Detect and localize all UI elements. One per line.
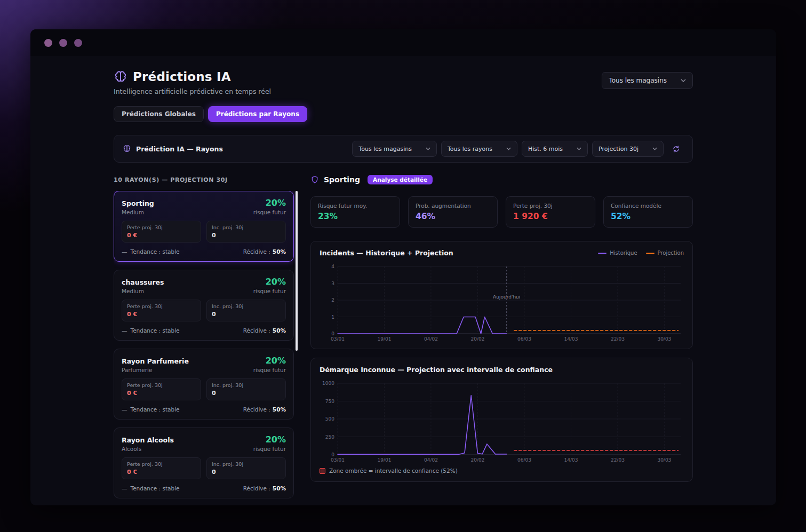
incidents-line-chart: 0123403/0119/0104/0220/0206/0314/0322/03… [320,262,684,343]
toolbar-title: Prédiction IA — Rayons [136,145,223,153]
legend-label: Historique [610,250,637,256]
filter-select[interactable]: Hist. 6 mois [522,141,588,157]
rayon-risk-label: risque futur [253,446,286,452]
trend-label: Tendance : stable [131,485,180,491]
rayons-toolbar: Prédiction IA — Rayons Tous les magasins [114,135,693,163]
page-title: Prédictions IA [133,70,231,84]
svg-text:3: 3 [331,281,334,286]
store-filter-select[interactable]: Tous les magasins [602,72,693,89]
svg-text:250: 250 [325,434,334,440]
svg-text:1: 1 [331,315,334,320]
trend-stable-icon: — [122,248,127,255]
svg-text:19/01: 19/01 [378,336,392,342]
perte-proj-label: Perte proj. 30j [127,382,196,388]
window-dot-close[interactable] [44,39,52,47]
window-titlebar [30,29,776,56]
stat-label: Perte proj. 30j [513,203,588,209]
chevron-down-icon [681,79,686,82]
rayon-name: Rayon Parfumerie [122,357,189,365]
rayon-name: Rayon Alcools [122,436,174,444]
rayon-risk-label: risque futur [253,209,286,215]
inc-proj-value: 0 [212,232,281,239]
list-scrollbar-thumb[interactable] [296,191,298,351]
svg-text:0: 0 [331,452,334,457]
svg-text:Aujourd'hui: Aujourd'hui [493,294,520,300]
inc-proj-value: 0 [212,311,281,318]
recidive-value: 50% [273,485,286,491]
svg-text:20/02: 20/02 [470,336,484,342]
inc-proj-box: Inc. proj. 30j 0 [206,300,286,321]
stat-value: 1 920 € [513,212,588,221]
svg-text:1000: 1000 [322,381,334,386]
rayon-category: Parfumerie [122,367,152,373]
rayon-risk-value: 20% [266,198,286,208]
perte-proj-value: 0 € [127,311,196,318]
perte-proj-box: Perte proj. 30j 0 € [122,378,201,400]
demarque-chart-card: Démarque Inconnue — Projection avec inte… [310,358,693,482]
stat-cards: Risque futur moy. 23% Prob. augmentation… [310,196,693,228]
chevron-down-icon [426,147,430,150]
svg-text:06/03: 06/03 [517,457,531,463]
app-window: Prédictions IA Intelligence artificielle… [30,29,776,505]
inc-proj-label: Inc. proj. 30j [212,461,281,467]
inc-proj-label: Inc. proj. 30j [212,382,281,388]
filter-select[interactable]: Projection 30j [592,141,664,157]
svg-text:19/01: 19/01 [378,457,392,463]
tab-predictions-globales[interactable]: Prédictions Globales [114,106,204,122]
legend-line-swatch [646,253,655,254]
demarque-chart-title: Démarque Inconnue — Projection avec inte… [320,366,553,374]
chevron-down-icon [506,147,511,150]
perte-proj-value: 0 € [127,390,196,397]
incidents-chart-title: Incidents — Historique + Projection [320,249,453,257]
svg-text:04/02: 04/02 [424,457,438,463]
rayon-category: Alcools [122,446,141,452]
stat-label: Prob. augmentation [416,203,490,209]
perte-proj-label: Perte proj. 30j [127,303,196,309]
recidive-label: Récidive : [243,485,270,491]
stat-card: Risque futur moy. 23% [310,196,400,228]
rayon-risk-value: 20% [266,356,286,366]
perte-proj-label: Perte proj. 30j [127,461,196,467]
svg-text:0: 0 [331,331,334,336]
perte-proj-box: Perte proj. 30j 0 € [122,300,201,321]
inc-proj-box: Inc. proj. 30j 0 [206,457,286,479]
filter-select[interactable]: Tous les rayons [441,141,517,157]
tab-predictions-par-rayons[interactable]: Prédictions par Rayons [208,106,307,122]
inc-proj-value: 0 [212,469,281,475]
brain-icon-small [123,144,131,153]
page-subtitle: Intelligence artificielle prédictive en … [114,87,271,95]
window-dot-maximize[interactable] [74,39,82,47]
trend-stable-icon: — [122,327,127,334]
rayon-card[interactable]: Sporting 20% Medium risque futur [114,191,294,262]
chevron-down-icon [652,147,657,150]
window-dot-minimize[interactable] [59,39,67,47]
view-tabs: Prédictions Globales Prédictions par Ray… [114,106,693,122]
rayons-panel: 10 RAYON(S) — PROJECTION 30J Sporting 20… [114,176,298,504]
svg-text:14/03: 14/03 [564,336,578,342]
rayon-card[interactable]: Rayon Parfumerie 20% Parfumerie risque f… [114,349,294,420]
filter-select[interactable]: Tous les magasins [352,141,437,157]
legend-line-swatch [598,253,607,254]
demarque-line-chart: 0250500750100003/0119/0104/0220/0206/031… [320,379,684,464]
rayon-card[interactable]: Rayon Alcools 20% Alcools risque futur [114,428,294,498]
inc-proj-box: Inc. proj. 30j 0 [206,221,286,243]
svg-text:06/03: 06/03 [517,336,531,342]
stat-value: 23% [318,212,393,221]
perte-proj-box: Perte proj. 30j 0 € [122,457,201,479]
rayon-risk-value: 20% [266,434,286,445]
rayon-risk-label: risque futur [253,288,286,294]
legend-item: Historique [598,250,637,256]
svg-text:30/03: 30/03 [657,336,671,342]
perte-proj-box: Perte proj. 30j 0 € [122,221,201,243]
refresh-button[interactable] [668,141,684,157]
svg-text:750: 750 [325,399,334,404]
recidive-value: 50% [273,248,286,255]
rayon-risk-label: risque futur [253,367,286,373]
trend-label: Tendance : stable [131,327,180,334]
trend-stable-icon: — [122,406,127,413]
stat-card: Confiance modèle 52% [603,196,693,228]
legend-item: Projection [646,250,684,256]
analyse-detaillee-badge[interactable]: Analyse détaillée [368,175,433,184]
rayon-card[interactable]: chaussures 20% Medium risque futur [114,270,294,341]
rayons-list: Sporting 20% Medium risque futur [114,191,298,504]
